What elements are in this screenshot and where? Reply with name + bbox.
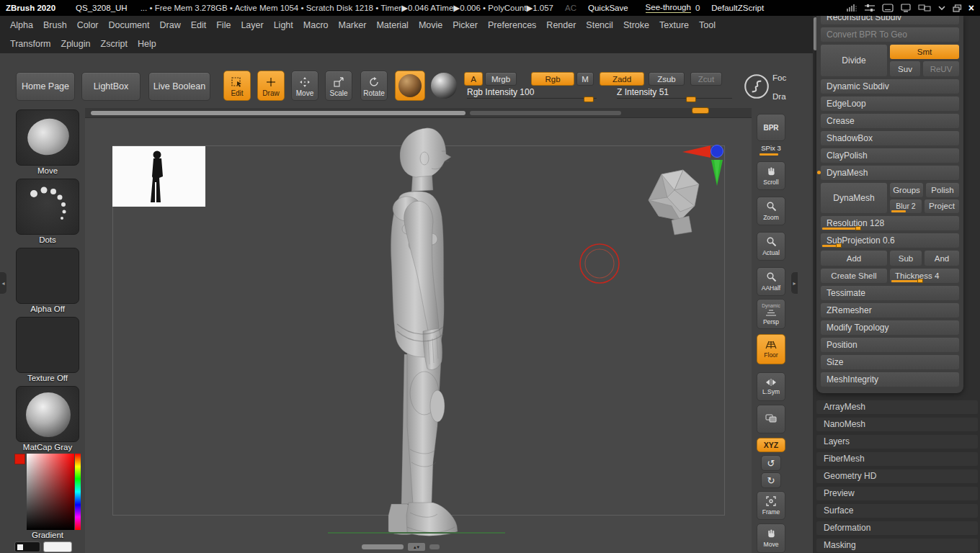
section-meshintegrity[interactable]: MeshIntegrity xyxy=(821,372,959,387)
default-zscript-button[interactable]: DefaultZScript xyxy=(711,4,764,12)
see-through-slider[interactable]: See-through xyxy=(646,3,691,13)
scale-mode-button[interactable]: Scale xyxy=(325,71,352,101)
shelf-drag-handle[interactable] xyxy=(692,107,709,114)
rgb-intensity-slider[interactable]: Rgb Intensity 100 xyxy=(467,87,597,104)
actual-size-button[interactable]: Actual xyxy=(757,232,785,261)
dual-screen-icon[interactable] xyxy=(918,4,931,12)
mrgb-toggle[interactable]: Mrgb xyxy=(485,72,517,86)
live-boolean-button[interactable]: Live Boolean xyxy=(148,72,210,101)
subpalette-deformation[interactable]: Deformation xyxy=(816,521,978,535)
subprojection-slider[interactable]: SubProjection 0.6 xyxy=(821,233,959,248)
rgb-intensity-knob[interactable] xyxy=(584,96,594,102)
canvas-move-button[interactable]: Move xyxy=(757,523,785,553)
draw-size-label[interactable]: Dra xyxy=(772,92,788,102)
subprojection-knob[interactable] xyxy=(836,243,842,248)
brush-picker-tile[interactable] xyxy=(16,109,79,166)
menu-item-draw[interactable]: Draw xyxy=(160,20,181,30)
quicksave-button[interactable]: QuickSave xyxy=(588,4,628,12)
subpalette-nanomesh[interactable]: NanoMesh xyxy=(816,418,978,431)
edit-mode-button[interactable]: Edit xyxy=(223,71,251,101)
dynamic-persp-button[interactable]: Dynamic Persp xyxy=(757,299,785,329)
subpalette-layers[interactable]: Layers xyxy=(816,435,978,449)
menu-item-render[interactable]: Render xyxy=(546,20,576,30)
section-dynamesh[interactable]: DynaMesh xyxy=(821,166,959,180)
subpalette-fibermesh[interactable]: FiberMesh xyxy=(816,452,978,466)
menu-item-color[interactable]: Color xyxy=(77,20,99,30)
thickness-slider[interactable]: Thickness 4 xyxy=(890,269,959,283)
menu-item-alpha[interactable]: Alpha xyxy=(10,20,33,30)
menu-item-layer[interactable]: Layer xyxy=(241,20,263,30)
sliders-icon[interactable] xyxy=(864,4,876,12)
home-page-button[interactable]: Home Page xyxy=(16,72,75,101)
project-toggle[interactable]: Project xyxy=(925,199,959,214)
scroll-button[interactable]: Scroll xyxy=(757,161,785,190)
move-mode-button[interactable]: Move xyxy=(291,71,318,101)
focal-shift-label[interactable]: Foc xyxy=(772,73,788,84)
smt-toggle[interactable]: Smt xyxy=(890,45,959,59)
zoom-button[interactable]: Zoom xyxy=(757,197,785,225)
create-shell-button[interactable]: Create Shell xyxy=(821,269,887,283)
menu-item-picker[interactable]: Picker xyxy=(453,20,478,30)
section-crease[interactable]: Crease xyxy=(821,114,959,128)
menu-item-brush[interactable]: Brush xyxy=(43,20,67,30)
z-intensity-knob[interactable] xyxy=(686,96,696,102)
menu-item-help[interactable]: Help xyxy=(138,39,156,49)
sub-toggle[interactable]: Sub xyxy=(890,251,922,266)
blur-slider[interactable]: Blur 2 xyxy=(890,199,922,214)
color-hue-strip[interactable] xyxy=(75,454,81,530)
draw-mode-button[interactable]: Draw xyxy=(257,71,285,101)
add-toggle[interactable]: Add xyxy=(821,251,887,266)
menu-item-edit[interactable]: Edit xyxy=(191,20,207,30)
frame-button[interactable]: Frame xyxy=(757,491,785,520)
section-modify-topology[interactable]: Modify Topology xyxy=(821,320,959,335)
section-shadowbox[interactable]: ShadowBox xyxy=(821,131,959,145)
rotate-mode-button[interactable]: Rotate xyxy=(360,71,388,101)
section-dynamic-subdiv[interactable]: Dynamic Subdiv xyxy=(821,79,959,94)
zadd-toggle[interactable]: Zadd xyxy=(600,72,644,86)
canvas-bottom-scroll-nub[interactable] xyxy=(429,544,440,549)
canvas-scroll-collapse-handle[interactable]: ▴▾ xyxy=(408,543,425,551)
xyz-symmetry-button[interactable]: XYZ xyxy=(757,438,785,452)
divide-button[interactable]: Divide xyxy=(821,45,887,76)
menu-item-zplugin[interactable]: Zplugin xyxy=(61,39,91,49)
tablet-icon[interactable] xyxy=(882,4,894,12)
a-toggle[interactable]: A xyxy=(464,72,483,86)
lightbox-button[interactable]: LightBox xyxy=(81,72,141,101)
and-toggle[interactable]: And xyxy=(925,251,959,266)
menu-item-marker[interactable]: Marker xyxy=(339,20,367,30)
zsub-toggle[interactable]: Zsub xyxy=(649,72,685,86)
polish-toggle[interactable]: Polish xyxy=(926,183,959,197)
menu-item-material[interactable]: Material xyxy=(376,20,408,30)
chevron-down-icon[interactable] xyxy=(937,5,946,11)
aahalf-button[interactable]: AAHalf xyxy=(757,267,785,296)
floor-button[interactable]: Floor xyxy=(757,334,785,364)
right-tray-handle[interactable]: ▸ xyxy=(791,272,798,294)
menu-item-stroke[interactable]: Stroke xyxy=(623,20,649,30)
section-edgeloop[interactable]: EdgeLoop xyxy=(821,96,959,111)
bpr-render-button[interactable]: BPR xyxy=(757,114,785,141)
menu-item-movie[interactable]: Movie xyxy=(419,20,442,30)
alpha-picker-tile[interactable] xyxy=(16,248,79,304)
menu-item-preferences[interactable]: Preferences xyxy=(488,20,536,30)
section-zremesher[interactable]: ZRemesher xyxy=(821,303,959,318)
menu-item-transform[interactable]: Transform xyxy=(10,39,51,49)
screen-icon[interactable] xyxy=(900,4,912,12)
main-color-chip[interactable] xyxy=(14,541,40,552)
menu-item-light[interactable]: Light xyxy=(274,20,293,30)
z-intensity-slider[interactable]: Z Intensity 51 xyxy=(617,87,732,104)
secondary-color-chip[interactable] xyxy=(43,541,72,552)
restore-window-button[interactable] xyxy=(953,4,962,12)
color-sv-picker[interactable] xyxy=(27,454,74,530)
spin-cw-button[interactable]: ↻ xyxy=(761,472,781,488)
close-button[interactable]: × xyxy=(968,3,974,13)
current-color-swatch[interactable] xyxy=(14,454,25,464)
document-canvas[interactable]: ▴▾ xyxy=(85,108,752,553)
spin-ccw-button[interactable]: ↺ xyxy=(761,455,781,471)
reconstruct-subdiv-button[interactable]: Reconstruct Subdiv xyxy=(821,16,959,24)
spix-slider[interactable]: SPix 3 xyxy=(755,144,787,157)
stroke-curve-button[interactable] xyxy=(742,72,771,101)
left-tray-handle[interactable]: ◂ xyxy=(0,272,6,294)
suv-toggle[interactable]: Suv xyxy=(890,61,920,76)
thickness-knob[interactable] xyxy=(917,279,923,283)
local-symmetry-button[interactable]: L.Sym xyxy=(757,372,785,401)
